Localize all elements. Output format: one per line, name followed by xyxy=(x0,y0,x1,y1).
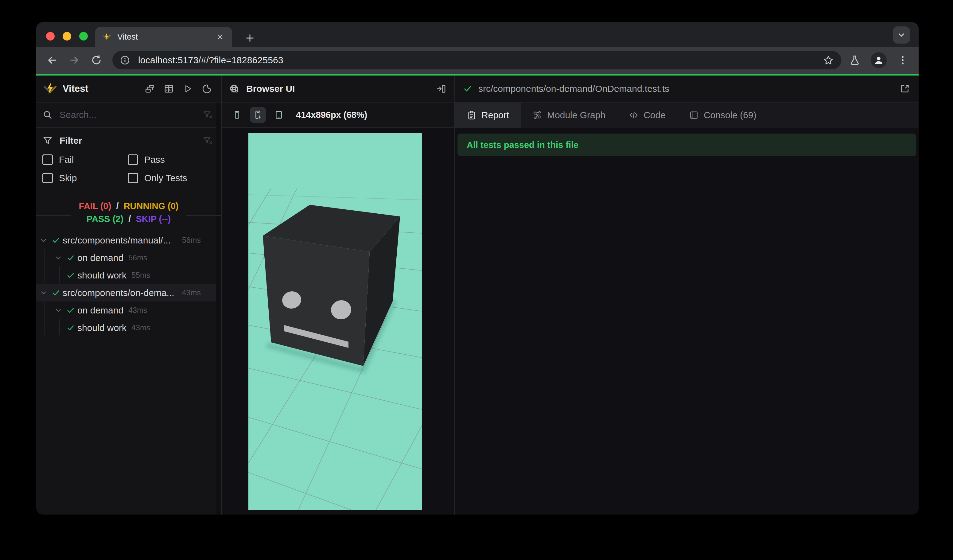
test-tree: src/components/manual/... 56ms on demand… xyxy=(36,230,221,515)
tab-search-button[interactable] xyxy=(893,26,910,43)
tested-app-viewport[interactable] xyxy=(248,133,422,510)
device-tablet-icon[interactable] xyxy=(271,107,287,123)
code-icon xyxy=(629,110,639,120)
tree-row-test[interactable]: should work 55ms xyxy=(36,267,216,284)
forward-icon[interactable] xyxy=(66,51,83,69)
test-summary: FAIL (0) / RUNNING (0) PASS (2) / SKIP (… xyxy=(36,195,221,230)
search-input[interactable]: Search... xyxy=(60,110,203,120)
globe-icon xyxy=(229,84,239,94)
tree-row-test[interactable]: should work 43ms xyxy=(36,319,216,337)
chevron-down-icon[interactable] xyxy=(53,254,64,262)
profile-avatar[interactable] xyxy=(871,52,887,68)
minimize-window-button[interactable] xyxy=(63,32,71,40)
tree-row-file[interactable]: src/components/manual/... 56ms xyxy=(36,231,216,249)
checkbox[interactable] xyxy=(128,154,138,165)
threejs-cube-scene xyxy=(248,133,422,510)
experiments-flask-icon[interactable] xyxy=(849,55,860,66)
all-tests-passed-banner: All tests passed in this file xyxy=(458,133,916,156)
filter-checkbox-pass[interactable]: Pass xyxy=(128,151,213,168)
browser-ui-panel: Browser UI 414x896px (68%) xyxy=(222,76,455,515)
dock-panel-icon[interactable] xyxy=(436,84,446,94)
tab-title: Vitest xyxy=(117,32,215,42)
tree-row-file-selected[interactable]: src/components/on-dema... 43ms xyxy=(36,284,216,301)
toolbar-right-icons xyxy=(849,52,908,68)
tab-close-icon[interactable] xyxy=(215,32,225,42)
browser-toolbar: localhost:5173/#/?file=1828625563 xyxy=(36,47,919,74)
checkbox[interactable] xyxy=(128,173,138,183)
chevron-down-icon[interactable] xyxy=(38,289,49,297)
filter-section: Filter Fail Pass Skip Only Tests xyxy=(36,128,221,195)
browser-ui-title: Browser UI xyxy=(246,84,436,94)
clear-search-filter-icon[interactable] xyxy=(203,110,213,120)
report-panel: src/components/on-demand/OnDemand.test.t… xyxy=(455,76,919,515)
sidebar-toolbar xyxy=(144,82,213,95)
tab-report[interactable]: Report xyxy=(455,102,521,128)
browser-window: Vitest localhost:5173/#/?file=1828625563 xyxy=(36,22,919,515)
vitest-logo-icon xyxy=(43,82,57,96)
pass-check-icon xyxy=(49,289,63,297)
pass-check-icon xyxy=(64,324,78,332)
filter-funnel-icon xyxy=(42,135,53,146)
clipboard-icon xyxy=(467,110,476,120)
tree-row-suite[interactable]: on demand 56ms xyxy=(36,249,216,267)
chevron-down-icon[interactable] xyxy=(53,306,64,314)
close-window-button[interactable] xyxy=(46,32,55,40)
maximize-window-button[interactable] xyxy=(79,32,88,40)
robot-cube xyxy=(263,205,400,366)
open-external-icon[interactable] xyxy=(900,84,910,94)
report-header: src/components/on-demand/OnDemand.test.t… xyxy=(455,76,919,102)
device-toolbar: 414x896px (68%) xyxy=(222,102,455,128)
checkbox[interactable] xyxy=(42,154,53,165)
device-phone-plus-icon[interactable] xyxy=(250,107,266,123)
module-graph-icon xyxy=(532,110,542,120)
new-tab-button[interactable] xyxy=(242,31,257,45)
pass-check-icon xyxy=(64,271,78,280)
bookmark-star-icon[interactable] xyxy=(823,55,834,66)
tab-strip: Vitest xyxy=(36,22,919,47)
pass-check-icon xyxy=(64,306,78,315)
pass-check-icon xyxy=(463,84,472,93)
tree-row-suite[interactable]: on demand 43ms xyxy=(36,301,216,319)
reload-icon[interactable] xyxy=(88,51,105,69)
test-file-path: src/components/on-demand/OnDemand.test.t… xyxy=(478,84,900,94)
window-controls xyxy=(46,32,88,40)
search-row: Search... xyxy=(36,102,221,128)
sidebar: Vitest xyxy=(36,76,222,515)
filter-checkbox-skip[interactable]: Skip xyxy=(42,169,128,187)
filter-title: Filter xyxy=(60,135,203,146)
report-content: All tests passed in this file xyxy=(455,128,919,515)
tab-console[interactable]: Console (69) xyxy=(677,102,768,128)
run-all-icon[interactable] xyxy=(182,82,194,95)
tab-module-graph[interactable]: Module Graph xyxy=(521,102,617,128)
summary-line-1: FAIL (0) / RUNNING (0) xyxy=(79,200,178,213)
clear-filter-icon[interactable] xyxy=(203,135,213,146)
report-tabs: Report Module Graph Code xyxy=(455,102,919,128)
checkbox[interactable] xyxy=(42,173,53,183)
filter-checkbox-fail[interactable]: Fail xyxy=(42,151,128,168)
pass-check-icon xyxy=(64,254,78,262)
browser-preview-area xyxy=(222,128,455,515)
browser-ui-header: Browser UI xyxy=(222,76,455,102)
dashboard-icon[interactable] xyxy=(163,82,175,95)
tab-code[interactable]: Code xyxy=(617,102,677,128)
sidebar-header: Vitest xyxy=(36,76,221,102)
pass-check-icon xyxy=(49,236,63,245)
browser-tab[interactable]: Vitest xyxy=(95,27,232,47)
collapse-panels-icon[interactable] xyxy=(144,82,156,95)
viewport-size-label: 414x896px (68%) xyxy=(296,110,367,120)
address-bar[interactable]: localhost:5173/#/?file=1828625563 xyxy=(112,51,841,70)
back-icon[interactable] xyxy=(43,51,61,69)
vitest-favicon-icon xyxy=(102,32,111,42)
url-text[interactable]: localhost:5173/#/?file=1828625563 xyxy=(138,55,823,65)
console-icon xyxy=(689,110,699,120)
site-info-icon[interactable] xyxy=(120,55,130,65)
filter-checkbox-only-tests[interactable]: Only Tests xyxy=(128,169,213,187)
dark-mode-moon-icon[interactable] xyxy=(201,82,213,95)
vitest-ui: Vitest xyxy=(36,76,919,515)
summary-line-2: PASS (2) / SKIP (--) xyxy=(79,213,178,225)
device-phone-small-icon[interactable] xyxy=(229,107,245,123)
search-icon xyxy=(42,110,53,120)
chevron-down-icon[interactable] xyxy=(38,236,49,244)
app-title: Vitest xyxy=(63,83,144,94)
menu-dots-icon[interactable] xyxy=(897,55,908,66)
